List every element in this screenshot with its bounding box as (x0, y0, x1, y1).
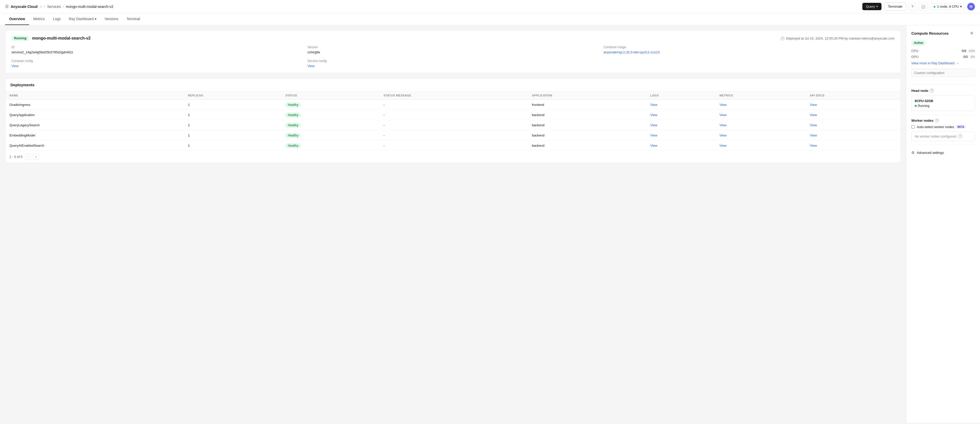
head-node-card: 8CPU-32GB Running (912, 96, 975, 111)
table-row: QueryAIEnabledSearch 1 Healthy - backend… (5, 141, 900, 151)
service-meta-grid: ID service2_14g2wdg5bd25b3795d2gdn4t2z V… (11, 45, 894, 68)
topbar: ☰ Anyscale Cloud ◇ / Services / mongo-mu… (0, 0, 980, 13)
gpu-pct: 0% (970, 55, 975, 59)
cell-metrics[interactable]: View (715, 130, 806, 141)
cell-application: backend (528, 130, 646, 141)
cell-application: backend (528, 110, 646, 120)
help-icon-btn[interactable]: ? (909, 3, 916, 11)
cell-metrics[interactable]: View (715, 120, 806, 130)
panel-title: Compute Resources (912, 31, 948, 35)
col-api-docs: API DOCS (806, 91, 900, 100)
share-icon-btn[interactable]: ⬜ (918, 3, 928, 11)
table-header: NAME REPLICAS STATUS STATUS MESSAGE APPL… (5, 91, 900, 100)
worker-nodes-help-icon[interactable]: ? (935, 118, 939, 122)
gpu-row: GPU 0/0 0% (912, 55, 975, 59)
cell-name: EmbeddingModel (5, 130, 184, 141)
custom-config-input[interactable] (912, 68, 975, 77)
tab-overview[interactable]: Overview (5, 13, 29, 25)
cell-status-message: - (380, 110, 528, 120)
query-button[interactable]: Query ▾ (862, 3, 881, 10)
cell-status: Healthy (281, 141, 380, 151)
breadcrumb-sep-2: / (63, 5, 64, 8)
hamburger-icon[interactable]: ☰ (5, 4, 9, 9)
advanced-settings-row[interactable]: ⚙ Advanced settings (912, 148, 975, 157)
cell-replicas: 1 (184, 120, 281, 130)
meta-id: ID service2_14g2wdg5bd25b3795d2gdn4t2z (11, 45, 302, 54)
cpu-fraction: 5/8 (962, 49, 966, 53)
gpu-fraction: 0/0 (963, 55, 968, 59)
auto-select-label: Auto-select worker nodes (917, 125, 954, 129)
cell-name: QueryApplication (5, 110, 184, 120)
cell-metrics[interactable]: View (715, 110, 806, 120)
tab-metrics[interactable]: Metrics (29, 13, 49, 25)
deployed-info: 🕐 Deployed at Jul 15, 2024, 12:55:20 PM … (780, 37, 894, 40)
col-name: NAME (5, 91, 184, 100)
topbar-right: Query ▾ Terminate ? ⬜ ● 1 node, 8 CPU ▾ … (862, 3, 975, 11)
worker-nodes-label-group: Worker nodes ? (912, 118, 939, 122)
container-link[interactable]: anyscale/ray:2.32.0-slim-py311-cu123 (604, 50, 660, 54)
col-logs: LOGS (646, 91, 715, 100)
divider-2 (912, 114, 975, 115)
running-badge: Running (11, 36, 29, 41)
service-title-left: Running mongo-multi-modal-search-v2 (11, 36, 91, 41)
cell-logs[interactable]: View (646, 120, 715, 130)
no-worker-help-icon[interactable]: ? (958, 134, 963, 138)
cell-application: backend (528, 120, 646, 130)
no-worker-box: No worker nodes configured ? (912, 132, 975, 141)
table-body: GradioIngress 1 Healthy - frontend View … (5, 100, 900, 151)
nav-tabs: Overview Metrics Logs Ray Dashboard ▾ Ve… (0, 13, 980, 25)
tab-logs[interactable]: Logs (49, 13, 65, 25)
compute-config-link[interactable]: View (11, 64, 19, 68)
deployments-card: Deployments NAME REPLICAS STATUS STATUS … (5, 78, 901, 163)
service-name: mongo-multi-modal-search-v2 (32, 36, 91, 41)
gear-icon: ⚙ (912, 151, 915, 155)
next-page-button[interactable]: › (33, 154, 39, 160)
cell-api-docs[interactable]: View (806, 100, 900, 110)
view-ray-dashboard-link[interactable]: View more in Ray Dashboard → (912, 61, 975, 65)
meta-compute-config: Compute config View (11, 59, 302, 68)
service-header-card: Running mongo-multi-modal-search-v2 🕐 De… (5, 30, 901, 73)
service-title-row: Running mongo-multi-modal-search-v2 🕐 De… (11, 36, 894, 41)
active-badge: Active (912, 40, 926, 45)
cell-status: Healthy (281, 130, 380, 141)
service-config-link[interactable]: View (307, 64, 315, 68)
cell-replicas: 1 (184, 100, 281, 110)
cell-name: GradioIngress (5, 100, 184, 110)
cell-metrics[interactable]: View (715, 141, 806, 151)
prev-page-button[interactable]: ‹ (25, 154, 30, 160)
terminate-button[interactable]: Terminate (884, 3, 906, 11)
close-panel-button[interactable]: ✕ (969, 30, 975, 36)
col-application: APPLICATION (528, 91, 646, 100)
panel-header: Compute Resources ✕ (912, 30, 975, 36)
auto-select-checkbox[interactable] (912, 125, 915, 129)
cell-application: backend (528, 141, 646, 151)
cell-name: QueryAIEnabledSearch (5, 141, 184, 151)
arrow-right-icon: → (956, 61, 959, 65)
breadcrumb-services[interactable]: Services (47, 5, 61, 9)
brand-name: Anyscale Cloud (11, 5, 38, 9)
diamond-icon: ◇ (40, 5, 42, 8)
head-node-help-icon[interactable]: ? (930, 89, 934, 93)
cell-api-docs[interactable]: View (806, 130, 900, 141)
beta-badge: BETA (956, 125, 966, 129)
cell-status: Healthy (281, 120, 380, 130)
cell-logs[interactable]: View (646, 141, 715, 151)
tab-ray-dashboard[interactable]: Ray Dashboard ▾ (65, 13, 100, 25)
avatar-button[interactable]: M (967, 3, 975, 11)
node-status[interactable]: ● 1 node, 8 CPU ▾ (931, 3, 965, 10)
clock-icon: 🕐 (780, 37, 784, 40)
tab-terminal[interactable]: Terminal (123, 13, 144, 25)
cell-logs[interactable]: View (646, 100, 715, 110)
cell-metrics[interactable]: View (715, 100, 806, 110)
cell-api-docs[interactable]: View (806, 141, 900, 151)
cell-api-docs[interactable]: View (806, 120, 900, 130)
cell-logs[interactable]: View (646, 130, 715, 141)
ray-dashboard-chevron-icon: ▾ (95, 17, 97, 21)
tab-versions[interactable]: Versions (100, 13, 123, 25)
cpu-label: CPU (912, 49, 918, 53)
cell-logs[interactable]: View (646, 110, 715, 120)
cell-api-docs[interactable]: View (806, 110, 900, 120)
table-row: GradioIngress 1 Healthy - frontend View … (5, 100, 900, 110)
col-replicas: REPLICAS (184, 91, 281, 100)
auto-select-row: Auto-select worker nodes BETA (912, 125, 975, 129)
